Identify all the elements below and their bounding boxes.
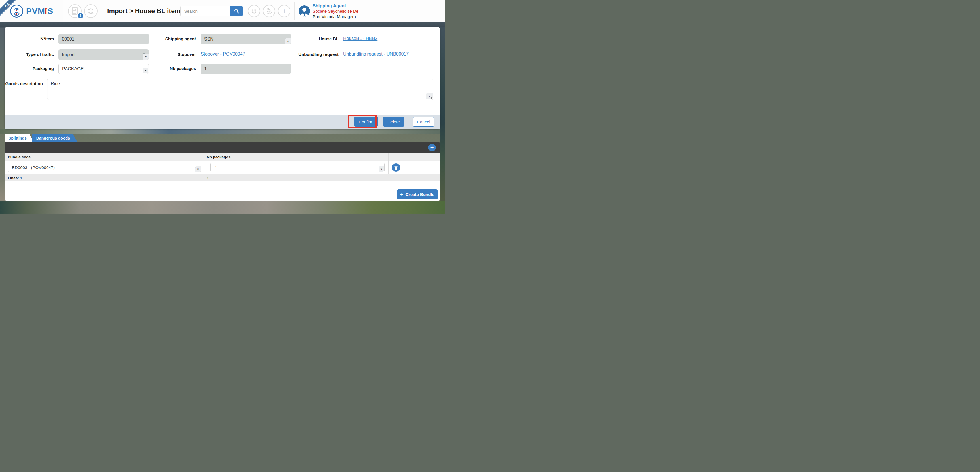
- bundle-code-select[interactable]: ▼ *: [8, 163, 201, 172]
- document-icon: [72, 7, 78, 15]
- brand-section: QA PVMIS: [0, 0, 63, 22]
- search-input[interactable]: [180, 6, 230, 16]
- column-header-nb-packages: Nb packages: [207, 153, 230, 161]
- goods-description-textarea[interactable]: Rice: [47, 79, 433, 100]
- open-documents-button[interactable]: 1: [68, 4, 82, 18]
- splittings-table: Bundle code Nb packages ▼ * *: [5, 153, 440, 201]
- avatar: [299, 5, 310, 17]
- refresh-icon: [87, 7, 94, 15]
- packaging-input[interactable]: [59, 64, 149, 74]
- form-action-bar: Confirm Delete Cancel: [5, 115, 440, 129]
- cancel-button[interactable]: Cancel: [413, 117, 434, 126]
- delete-row-button[interactable]: [392, 163, 400, 172]
- nb-packages-label: Nb packages: [153, 66, 196, 71]
- type-of-traffic-value: [59, 49, 149, 60]
- settings-button[interactable]: [263, 5, 275, 17]
- action-bar-divider: [406, 118, 406, 126]
- nb-packages-input: [201, 64, 291, 74]
- document-count-badge: 1: [77, 13, 84, 19]
- anchor-wifi-logo-glyph: [13, 6, 21, 16]
- add-splitting-button[interactable]: +: [428, 144, 436, 151]
- search-icon: [234, 8, 239, 14]
- user-company: Société Seychelloise De: [312, 8, 358, 14]
- delete-button[interactable]: Delete: [383, 117, 404, 126]
- trash-icon: [394, 165, 398, 170]
- shipping-agent-field: *: [201, 34, 291, 44]
- photo-bottom-strip: [0, 201, 445, 214]
- refresh-button[interactable]: [84, 4, 97, 18]
- nb-packages-field: [201, 64, 291, 74]
- n-item-field: [59, 34, 149, 44]
- qa-label: QA: [4, 2, 10, 8]
- gears-icon: [266, 7, 273, 15]
- goods-description-field: Rice *: [47, 78, 433, 100]
- n-item-label: N°item: [11, 36, 54, 41]
- table-row: ▼ * *: [5, 161, 440, 174]
- packaging-label: Packaging: [11, 66, 54, 71]
- unbundling-request-label: Unbundling request: [285, 52, 339, 57]
- nb-packages-total: 1: [207, 174, 209, 182]
- person-icon: [299, 5, 310, 17]
- shipping-agent-input: [201, 34, 291, 44]
- photo-left-strip: [0, 22, 5, 214]
- house-bl-item-form-panel: N°item Shipping agent * House BL HouseBL…: [5, 27, 440, 129]
- table-summary-row: Lines: 1 1: [5, 174, 440, 181]
- type-of-traffic-select: ▼ *: [59, 49, 149, 60]
- photo-right-strip: [440, 27, 445, 201]
- top-header-bar: QA PVMIS 1: [0, 0, 445, 22]
- stopover-link[interactable]: Stopover - POV00047: [201, 52, 245, 57]
- column-header-bundle-code: Bundle code: [8, 153, 30, 161]
- table-header-row: Bundle code Nb packages: [5, 153, 440, 161]
- goods-description-label: Goods description: [5, 81, 43, 86]
- brand-wordmark: PVMIS: [26, 6, 53, 16]
- shipping-agent-label: Shipping agent: [153, 36, 196, 41]
- user-organisation: Port Victoria Managem: [312, 14, 358, 19]
- required-asterisk: *: [379, 166, 384, 172]
- user-menu[interactable]: Shipping Agent Société Seychelloise De P…: [299, 3, 445, 19]
- user-identity: Shipping Agent Société Seychelloise De P…: [312, 3, 358, 19]
- info-button[interactable]: i: [278, 5, 290, 17]
- bundle-code-value[interactable]: [8, 163, 201, 172]
- row-nb-packages-field: *: [210, 163, 385, 172]
- required-asterisk: *: [285, 38, 291, 44]
- resize-handle[interactable]: [430, 96, 433, 99]
- unbundling-request-link[interactable]: Unbundling request - UNB00017: [343, 52, 409, 57]
- n-item-input: [59, 34, 149, 44]
- detail-tabs: Splittings Dangerous goods: [5, 134, 77, 142]
- tab-splittings[interactable]: Splittings: [5, 134, 34, 142]
- stopover-label: Stopover: [153, 52, 196, 57]
- plus-icon: +: [400, 191, 403, 198]
- tab-dangerous-goods[interactable]: Dangerous goods: [32, 134, 77, 142]
- required-asterisk: *: [196, 166, 201, 172]
- lines-count: Lines: 1: [8, 174, 22, 182]
- column-divider: [388, 161, 389, 174]
- logout-button[interactable]: [248, 5, 260, 17]
- wordmark-pvm: PVM: [26, 6, 45, 16]
- packaging-field: *: [59, 64, 149, 74]
- page-title: Import > House BL item: [107, 7, 180, 15]
- required-asterisk: *: [143, 54, 149, 59]
- plus-icon: +: [430, 144, 434, 151]
- house-bl-label: House BL: [296, 36, 339, 41]
- create-bundle-label: Create Bundle: [406, 192, 434, 197]
- column-divider: [388, 153, 389, 161]
- pvmis-app: QA PVMIS 1: [0, 0, 445, 214]
- info-icon: i: [283, 7, 285, 15]
- column-divider: [205, 153, 205, 161]
- create-bundle-button[interactable]: + Create Bundle: [397, 190, 438, 199]
- splittings-toolbar: +: [5, 142, 440, 153]
- user-role: Shipping Agent: [312, 3, 358, 8]
- row-nb-packages-input[interactable]: [211, 163, 384, 172]
- type-of-traffic-label: Type of traffic: [11, 52, 54, 57]
- search-button[interactable]: [230, 6, 243, 16]
- table-footer: + Create Bundle: [5, 181, 440, 201]
- wordmark-s: S: [47, 6, 53, 16]
- global-search: [180, 6, 243, 16]
- confirm-button[interactable]: Confirm: [354, 117, 378, 126]
- pvmis-logo-icon[interactable]: [10, 5, 23, 18]
- power-icon: [251, 8, 257, 14]
- column-divider: [205, 161, 205, 174]
- house-bl-link[interactable]: HouseBL - HBB2: [343, 36, 377, 41]
- required-asterisk: *: [143, 67, 148, 73]
